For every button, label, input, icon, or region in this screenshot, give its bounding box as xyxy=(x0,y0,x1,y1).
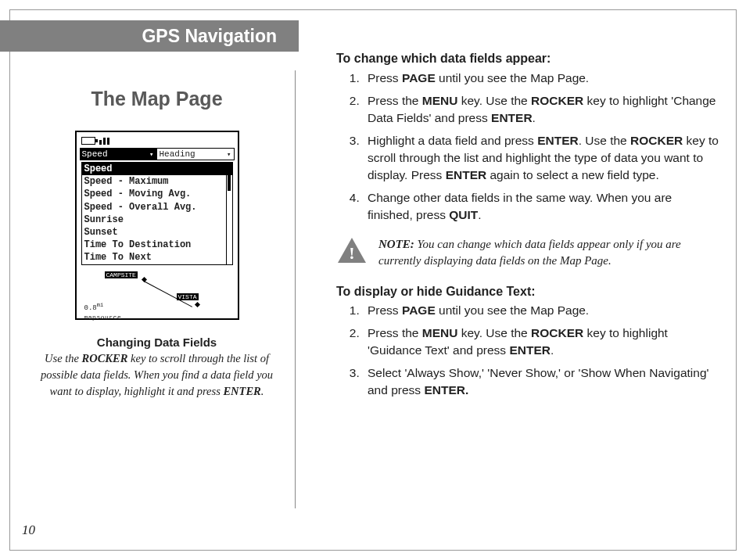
warning-icon: ! xyxy=(336,236,368,264)
chapter-header: GPS Navigation xyxy=(0,20,299,52)
section-title: The Map Page xyxy=(31,88,282,110)
procedure-step: Change other data fields in the same way… xyxy=(363,189,719,224)
procedure-step: Select 'Always Show,' 'Never Show,' or '… xyxy=(363,364,719,399)
procedure-list: Press PAGE until you see the Map Page. P… xyxy=(336,302,719,399)
scrollbar xyxy=(226,163,232,264)
caption-title: Changing Data Fields xyxy=(31,334,282,351)
procedure-heading: To display or hide Guidance Text: xyxy=(336,283,719,301)
left-column: The Map Page Speed▾ Heading▾ Speed Speed… xyxy=(31,70,296,508)
waypoint-label: CAMPSITE xyxy=(105,271,138,278)
device-map-area: CAMPSITE VISTA 0.8mi mapsource xyxy=(81,267,233,314)
tab-speed: Speed▾ xyxy=(80,149,157,160)
page-number: 10 xyxy=(22,522,35,538)
procedure-heading: To change which data fields appear: xyxy=(336,50,719,68)
battery-icon xyxy=(81,137,95,145)
dropdown-icon: ▾ xyxy=(149,150,153,159)
note-text: NOTE: You can change which data fields a… xyxy=(378,236,719,269)
dropdown-icon: ▾ xyxy=(227,150,231,159)
list-item: Sunrise xyxy=(82,214,232,226)
list-item: Time To Destination xyxy=(82,239,232,251)
list-item: Speed - Maximum xyxy=(82,175,232,188)
map-scale: 0.8mi xyxy=(84,302,104,312)
figure-caption: Changing Data Fields Use the ROCKER key … xyxy=(31,334,282,400)
procedure-step: Press PAGE until you see the Map Page. xyxy=(363,70,719,87)
device-screenshot: Speed▾ Heading▾ Speed Speed - Maximum Sp… xyxy=(75,131,239,320)
mapsource-label: mapsource xyxy=(84,314,122,321)
list-item: Speed - Overall Avg. xyxy=(82,201,232,214)
procedure-step: Press the MENU key. Use the ROCKER key t… xyxy=(363,92,719,127)
svg-text:!: ! xyxy=(349,243,354,263)
device-field-list: Speed Speed - Maximum Speed - Moving Avg… xyxy=(81,162,233,265)
procedure-step: Highlight a data field and press ENTER. … xyxy=(363,132,719,184)
procedure-step: Press the MENU key. Use the ROCKER key t… xyxy=(363,325,719,359)
list-item: Time To Next xyxy=(82,251,232,264)
satellite-icon xyxy=(99,137,112,145)
procedure-list: Press PAGE until you see the Map Page. P… xyxy=(336,70,719,224)
tab-heading: Heading▾ xyxy=(157,149,235,160)
right-column: To change which data fields appear: Pres… xyxy=(336,50,719,411)
waypoint-label: VISTA xyxy=(177,293,199,300)
device-field-tabs: Speed▾ Heading▾ xyxy=(80,148,235,160)
note-callout: ! NOTE: You can change which data fields… xyxy=(336,236,719,269)
procedure-step: Press PAGE until you see the Map Page. xyxy=(363,302,719,319)
device-status-bar xyxy=(80,135,235,148)
waypoint-icon xyxy=(194,301,199,307)
list-item: Sunset xyxy=(82,226,232,239)
list-item: Speed - Moving Avg. xyxy=(82,188,232,200)
caption-body: Use the ROCKER key to scroll through the… xyxy=(41,352,273,397)
list-item: Speed xyxy=(82,163,232,175)
chapter-title: GPS Navigation xyxy=(142,26,277,47)
